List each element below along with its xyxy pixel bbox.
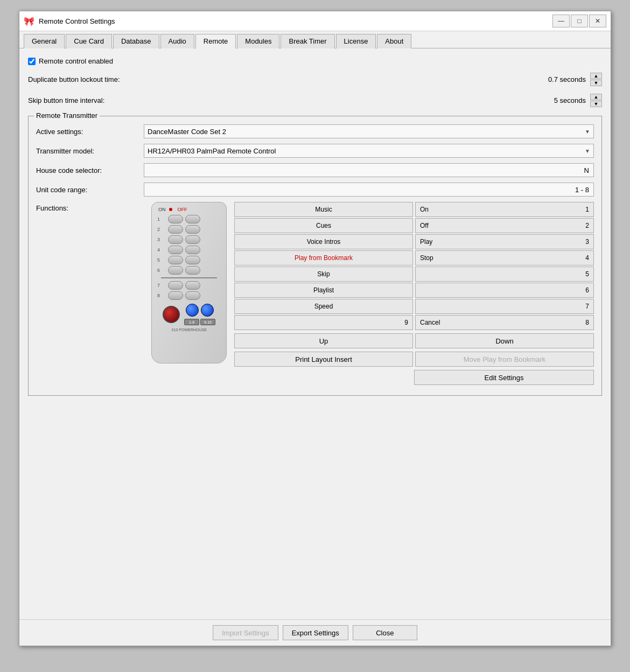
move-play-button[interactable]: Move Play from Bookmark [415,352,594,367]
remote-blue-btn-1[interactable] [186,304,199,317]
window-title: Remote Control Settings [39,17,548,25]
remote-btn-8b[interactable] [185,291,200,300]
remote-led [169,208,172,211]
functions-right-area: Music Cues Voice Intros Play from Bookma… [234,202,594,385]
remote-btn-4b[interactable] [185,246,200,254]
bottom-bar: Import Settings Export Settings Close [19,619,611,646]
up-button[interactable]: Up [234,333,413,348]
func-cancel: Cancel 8 [415,315,594,330]
remote-image: ON OFF 1 2 [151,202,227,363]
skip-interval-label: Skip button time interval: [28,96,179,104]
tab-audio[interactable]: Audio [160,34,194,48]
skip-interval-down[interactable]: ▼ [590,101,602,107]
remote-bottom: 1-8 9-16 [163,304,215,325]
remote-off-label: OFF [178,207,187,212]
functions-label: Functions: [36,202,144,212]
content-area: Remote control enabled Duplicate button … [19,48,611,619]
tab-bar: General Cue Card Database Audio Remote M… [19,31,611,48]
remote-on-off-row: ON OFF [154,207,224,212]
active-settings-value: DanceMaster Code Set 2 [148,128,226,136]
transmitter-model-dropdown[interactable]: HR12A/PHR03 PalmPad Remote Control ▼ [144,144,594,158]
active-settings-row: Active settings: DanceMaster Code Set 2 … [36,122,594,141]
func-9: 9 [234,315,413,330]
remote-selector: 1-8 9-16 [184,319,215,325]
remote-btn-3b[interactable] [185,235,200,244]
remote-btn-1b[interactable] [185,215,200,223]
remote-transmitter-group: Remote Transmitter Active settings: Danc… [28,116,602,396]
title-bar: 🎀 Remote Control Settings — □ ✕ [19,11,611,31]
remote-on-label: ON [158,207,166,212]
minimize-button[interactable]: — [552,15,570,27]
remote-btn-3a[interactable] [168,235,183,244]
duplicate-lockout-value: 0.7 seconds [179,75,590,83]
transmitter-model-label: Transmitter model: [36,147,144,155]
remote-btn-1a[interactable] [168,215,183,223]
transmitter-model-row: Transmitter model: HR12A/PHR03 PalmPad R… [36,141,594,160]
remote-btn-5a[interactable] [168,256,183,264]
remote-btn-6b[interactable] [185,266,200,275]
remote-row-8: 8 [154,291,224,300]
remote-btn-6a[interactable] [168,266,183,275]
edit-settings-container: Edit Settings [234,370,594,385]
tab-break-timer[interactable]: Break Timer [281,34,334,48]
active-settings-dropdown[interactable]: DanceMaster Code Set 2 ▼ [144,124,594,138]
remote-dial[interactable] [163,306,180,323]
remote-row-3: 3 [154,235,224,244]
remote-brand: X10 POWERHOUSE [171,328,207,332]
import-settings-button[interactable]: Import Settings [213,625,278,640]
remote-enabled-row: Remote control enabled [28,55,602,67]
skip-interval-value: 5 seconds [179,96,590,104]
duplicate-lockout-label: Duplicate button lockout time: [28,75,179,83]
transmitter-model-value: HR12A/PHR03 PalmPad Remote Control [148,147,276,155]
func-voice-intros: Voice Intros [234,234,413,249]
maximize-button[interactable]: □ [571,15,588,27]
duplicate-lockout-up[interactable]: ▲ [590,73,602,79]
remote-blue-btn-2[interactable] [201,304,214,317]
remote-btn-8a[interactable] [168,291,183,300]
selector-9-16[interactable]: 9-16 [200,319,215,325]
functions-left-col: Music Cues Voice Intros Play from Bookma… [234,202,413,330]
functions-row: Functions: ON OFF 1 2 [36,199,594,388]
skip-interval-row: Skip button time interval: 5 seconds ▲ ▼ [28,92,602,109]
skip-interval-spinner: ▲ ▼ [590,94,602,107]
func-5: 5 [415,267,594,282]
tab-cue-card[interactable]: Cue Card [66,34,112,48]
func-music: Music [234,202,413,217]
down-button[interactable]: Down [415,333,594,348]
remote-btn-7b[interactable] [185,281,200,290]
close-button[interactable]: ✕ [589,15,606,27]
unit-code-value: 1 - 8 [144,183,594,197]
duplicate-lockout-spinner: ▲ ▼ [590,73,602,86]
skip-interval-up[interactable]: ▲ [590,94,602,100]
unit-code-label: Unit code range: [36,186,144,194]
func-7: 7 [415,299,594,314]
print-layout-button[interactable]: Print Layout Insert [234,352,413,367]
remote-btn-2a[interactable] [168,225,183,234]
duplicate-lockout-down[interactable]: ▼ [590,80,602,86]
house-code-label: House code selector: [36,166,144,174]
remote-btn-2b[interactable] [185,225,200,234]
export-settings-button[interactable]: Export Settings [283,625,348,640]
remote-btn-4a[interactable] [168,246,183,254]
tab-modules[interactable]: Modules [237,34,279,48]
func-off: Off 2 [415,218,594,233]
tab-general[interactable]: General [24,34,65,48]
tab-about[interactable]: About [377,34,411,48]
tab-database[interactable]: Database [113,34,159,48]
close-button-bottom[interactable]: Close [353,625,417,640]
remote-enabled-label: Remote control enabled [39,57,113,65]
remote-enabled-checkbox[interactable] [28,58,36,65]
remote-row-4: 4 [154,246,224,254]
remote-btn-7a[interactable] [168,281,183,290]
functions-grid: Music Cues Voice Intros Play from Bookma… [234,202,594,330]
selector-1-8[interactable]: 1-8 [184,319,199,325]
remote-btn-5b[interactable] [185,256,200,264]
house-code-row: House code selector: N [36,160,594,180]
func-stop: Stop 4 [415,250,594,265]
remote-row-6: 6 [154,266,224,275]
duplicate-lockout-row: Duplicate button lockout time: 0.7 secon… [28,71,602,88]
active-settings-arrow: ▼ [585,129,590,135]
edit-settings-button[interactable]: Edit Settings [414,370,594,385]
tab-remote[interactable]: Remote [195,34,236,48]
tab-license[interactable]: License [336,34,376,48]
